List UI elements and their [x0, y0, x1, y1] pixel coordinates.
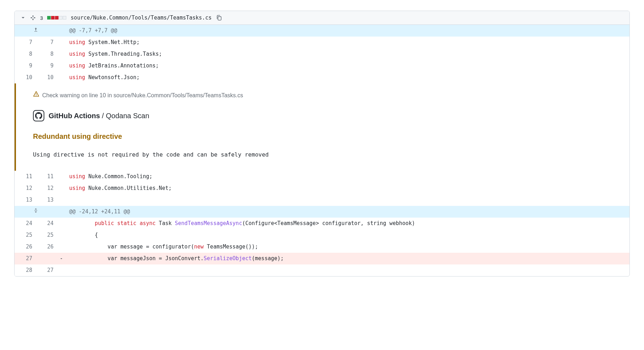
old-line-num[interactable]: 8	[15, 48, 36, 60]
new-line-num[interactable]: 26	[36, 241, 57, 253]
hunk-text: @@ -24,12 +24,11 @@	[66, 206, 629, 218]
old-line-num[interactable]: 13	[15, 194, 36, 206]
diff-line: 2626 var message = configurator(new Team…	[15, 241, 629, 253]
annotation-description: Using directive is not required by the c…	[33, 148, 622, 161]
code: var messageJson = JsonConvert.SerializeO…	[66, 253, 629, 264]
new-line-num[interactable]: 8	[36, 48, 57, 60]
old-line-num[interactable]: 11	[15, 171, 36, 182]
diff-stat-square	[47, 16, 51, 20]
old-line-num[interactable]: 24	[15, 218, 36, 229]
diff-stat-square	[63, 16, 66, 20]
file-path[interactable]: source/Nuke.Common/Tools/Teams/TeamsTask…	[71, 15, 211, 21]
code: public static async Task SendTeamsMessag…	[66, 218, 629, 229]
hunk-header: @@ -24,12 +24,11 @@	[15, 206, 629, 218]
code	[66, 194, 629, 206]
annotation-source: GitHub Actions / Qodana Scan	[33, 108, 622, 124]
diff-stat-square	[55, 16, 59, 20]
new-line-num[interactable]: 12	[36, 182, 57, 194]
copy-icon[interactable]	[216, 15, 222, 21]
new-line-num[interactable]: 9	[36, 60, 57, 72]
github-icon	[33, 110, 44, 121]
diff-line: 1212using Nuke.Common.Utilities.Net;	[15, 182, 629, 194]
expand-both-icon[interactable]	[15, 206, 57, 218]
chevron-down-icon[interactable]	[20, 15, 26, 21]
code: using Nuke.Common.Utilities.Net;	[66, 182, 629, 194]
code	[66, 264, 629, 276]
annotation-header-text: Check warning on line 10 in source/Nuke.…	[42, 89, 243, 102]
annotation-title: Redundant using directive	[33, 128, 622, 144]
diff-line: 2525 {	[15, 229, 629, 241]
annotation: Check warning on line 10 in source/Nuke.…	[15, 83, 629, 171]
diff-line: 1313	[15, 194, 629, 206]
diff-stat	[47, 16, 66, 20]
diff-marker: -	[57, 253, 66, 264]
new-line-num[interactable]: 13	[36, 194, 57, 206]
diff-stat-square	[59, 16, 62, 20]
new-line-num[interactable]: 7	[36, 37, 57, 48]
code: using Newtonsoft.Json;	[66, 72, 629, 83]
diff-line-deleted: 27- var messageJson = JsonConvert.Serial…	[15, 253, 629, 264]
old-line-num[interactable]: 28	[15, 264, 36, 276]
diff-file: 3 source/Nuke.Common/Tools/Teams/TeamsTa…	[14, 11, 630, 277]
old-line-num[interactable]: 26	[15, 241, 36, 253]
old-line-num[interactable]: 25	[15, 229, 36, 241]
old-line-num[interactable]: 7	[15, 37, 36, 48]
new-line-num[interactable]: 11	[36, 171, 57, 182]
new-line-num[interactable]: 25	[36, 229, 57, 241]
code: {	[66, 229, 629, 241]
svg-rect-0	[218, 17, 221, 20]
old-line-num[interactable]: 27	[15, 253, 36, 264]
expand-up-icon[interactable]	[15, 25, 57, 37]
new-line-num[interactable]: 24	[36, 218, 57, 229]
old-line-num[interactable]: 10	[15, 72, 36, 83]
diff-line: 2424 public static async Task SendTeamsM…	[15, 218, 629, 229]
warning-icon	[33, 89, 39, 102]
diff-line: 1111using Nuke.Common.Tooling;	[15, 171, 629, 182]
diff-line: 1010using Newtonsoft.Json;	[15, 72, 629, 83]
code: var message = configurator(new TeamsMess…	[66, 241, 629, 253]
diff-line: 77using System.Net.Http;	[15, 37, 629, 48]
old-line-num[interactable]: 9	[15, 60, 36, 72]
code: using Nuke.Common.Tooling;	[66, 171, 629, 182]
code: using System.Net.Http;	[66, 37, 629, 48]
diff-line: 99using JetBrains.Annotations;	[15, 60, 629, 72]
new-line-num[interactable]: 27	[36, 264, 57, 276]
diff-stat-square	[51, 16, 55, 20]
diff-table: @@ -7,7 +7,7 @@ 77using System.Net.Http;…	[15, 25, 629, 276]
hunk-header: @@ -7,7 +7,7 @@	[15, 25, 629, 37]
expand-all-icon[interactable]	[30, 15, 36, 21]
diff-line: 88using System.Threading.Tasks;	[15, 48, 629, 60]
file-header: 3 source/Nuke.Common/Tools/Teams/TeamsTa…	[15, 11, 629, 25]
diff-line: 2827	[15, 264, 629, 276]
new-line-num[interactable]	[36, 253, 57, 264]
hunk-text: @@ -7,7 +7,7 @@	[66, 25, 629, 37]
code: using System.Threading.Tasks;	[66, 48, 629, 60]
code: using JetBrains.Annotations;	[66, 60, 629, 72]
new-line-num[interactable]: 10	[36, 72, 57, 83]
old-line-num[interactable]: 12	[15, 182, 36, 194]
change-count: 3	[40, 15, 43, 21]
annotation-header: Check warning on line 10 in source/Nuke.…	[33, 89, 622, 102]
